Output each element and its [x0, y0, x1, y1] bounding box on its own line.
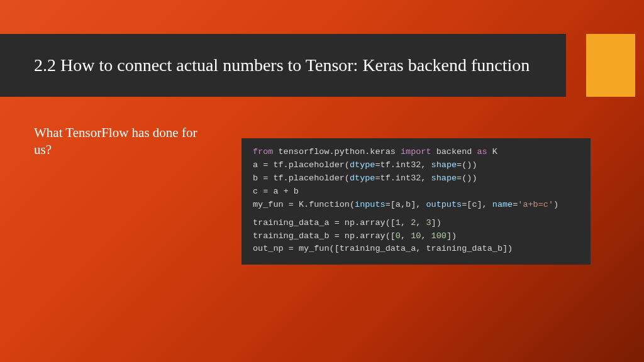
code-token: backend: [431, 147, 477, 156]
code-token: ]): [447, 231, 457, 241]
code-token: =: [289, 200, 294, 209]
code-token: out_np: [253, 244, 289, 253]
code-token: a: [253, 160, 263, 170]
code-token: 10: [411, 231, 421, 241]
code-token: training_data_a: [253, 218, 335, 228]
code-token: 1: [396, 218, 401, 228]
code-token: name: [492, 200, 513, 209]
code-token: np.array([: [340, 218, 396, 228]
code-token: =()): [457, 160, 477, 170]
code-token: =: [289, 244, 294, 253]
code-token: ): [553, 200, 558, 209]
code-token: c: [253, 187, 263, 196]
code-token: from: [253, 147, 273, 156]
code-token: as: [477, 147, 487, 156]
code-token: K: [487, 147, 497, 156]
slide: 2.2 How to connect actual numbers to Ten…: [0, 0, 644, 362]
code-blank-line: [253, 212, 579, 217]
code-token: shape: [431, 173, 457, 183]
code-token: ,: [416, 218, 426, 228]
code-token: 3: [426, 218, 431, 228]
code-token: np.array([: [340, 231, 396, 241]
code-token: =()): [457, 173, 477, 183]
code-block: from tensorflow.python.keras import back…: [242, 138, 591, 265]
code-token: ,: [401, 218, 411, 228]
code-token: import: [401, 147, 431, 156]
slide-title: 2.2 How to connect actual numbers to Ten…: [34, 54, 530, 77]
code-token: my_fun([training_data_a, training_data_b…: [294, 244, 513, 253]
code-token: dtype: [350, 160, 375, 170]
code-token: K.function(: [294, 200, 355, 209]
code-token: dtype: [350, 173, 375, 183]
code-token: my_fun: [253, 200, 289, 209]
code-token: =tf.int32,: [375, 173, 431, 183]
code-token: =: [335, 231, 340, 241]
code-token: tf.placeholder(: [268, 160, 350, 170]
code-token: ]): [431, 218, 441, 228]
code-token: ,: [401, 231, 411, 241]
code-token: 0: [396, 231, 401, 241]
code-token: a: [268, 187, 283, 196]
code-token: b: [289, 187, 299, 196]
code-token: tensorflow.python.keras: [273, 147, 401, 156]
code-token: b: [253, 173, 263, 183]
code-token: training_data_b: [253, 231, 335, 241]
code-token: tf.placeholder(: [268, 173, 350, 183]
code-token: 'a+b=c': [518, 200, 553, 209]
title-bar: 2.2 How to connect actual numbers to Ten…: [0, 34, 566, 97]
accent-block: [586, 34, 635, 97]
code-token: =tf.int32,: [375, 160, 431, 170]
code-token: 100: [431, 231, 447, 241]
code-token: shape: [431, 160, 457, 170]
code-token: outputs: [426, 200, 462, 209]
code-token: =[a,b],: [386, 200, 426, 209]
code-token: inputs: [355, 200, 386, 209]
code-token: ,: [421, 231, 431, 241]
code-token: =[c],: [462, 200, 492, 209]
code-token: +: [284, 187, 289, 196]
slide-subtitle: What TensorFlow has done for us?: [34, 124, 197, 159]
code-token: =: [335, 218, 340, 228]
